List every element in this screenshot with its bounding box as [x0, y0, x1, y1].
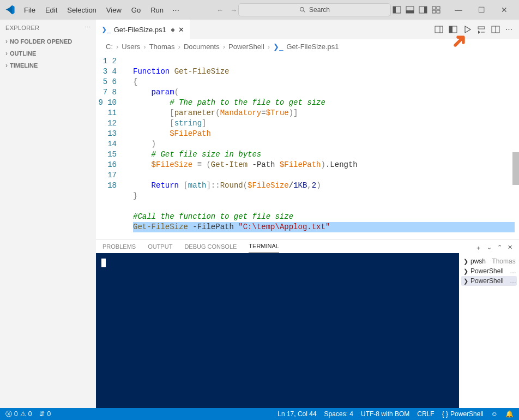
- menu-run[interactable]: Run: [146, 4, 168, 16]
- status-language[interactable]: { } PowerShell: [442, 410, 484, 418]
- terminal-cursor: [101, 259, 106, 267]
- breadcrumbs[interactable]: C:› Users› Thomas› Documents› PowerShell…: [96, 39, 519, 54]
- status-lncol[interactable]: Ln 17, Col 44: [277, 410, 316, 418]
- new-terminal-icon[interactable]: ＋: [475, 244, 481, 252]
- status-ports[interactable]: ⇵ 0: [39, 410, 51, 418]
- terminal-icon: ❯: [463, 258, 468, 265]
- panel-tab-terminal[interactable]: TERMINAL: [249, 243, 279, 253]
- window-maximize-icon[interactable]: ☐: [474, 5, 489, 14]
- explorer-more-icon[interactable]: ⋯: [85, 24, 90, 31]
- svg-rect-8: [432, 7, 436, 9]
- svg-line-1: [303, 11, 305, 13]
- bottom-panel: PROBLEMS OUTPUT DEBUG CONSOLE TERMINAL ＋…: [96, 239, 519, 408]
- customize-layout-icon[interactable]: [431, 5, 441, 15]
- section-outline[interactable]: OUTLINE: [0, 47, 96, 59]
- terminal-item-powershell-2[interactable]: ❯PowerShell …: [461, 276, 517, 286]
- tab-close-icon[interactable]: ✕: [178, 26, 184, 34]
- code-content[interactable]: Function Get-FileSize { param( # The pat…: [124, 54, 519, 239]
- toggle-secondary-sidebar-icon[interactable]: [418, 5, 428, 15]
- tab-get-filesize[interactable]: ❯_ Get-FileSize.ps1 ● ✕: [96, 20, 190, 39]
- chevron-right-icon: [5, 62, 8, 69]
- explorer-title: EXPLORER: [5, 25, 39, 31]
- menu-selection[interactable]: Selection: [63, 4, 100, 16]
- section-timeline[interactable]: TIMELINE: [0, 59, 96, 71]
- terminal-list: ❯pwsh Thomas ❯PowerShell … ❯PowerShell …: [459, 253, 519, 408]
- line-number-gutter: 1 2 3 4 5 6 7 8 9 10 11 12 13 14 15 16 1…: [96, 54, 124, 239]
- run-selection-icon[interactable]: [477, 25, 486, 34]
- svg-rect-12: [435, 26, 443, 33]
- tab-label: Get-FileSize.ps1: [114, 26, 166, 34]
- terminal-item-powershell-1[interactable]: ❯PowerShell …: [461, 266, 517, 276]
- vscode-logo: [4, 4, 15, 15]
- menu-edit[interactable]: Edit: [41, 4, 62, 16]
- dirty-indicator-icon: ●: [171, 25, 175, 34]
- svg-rect-10: [432, 10, 436, 13]
- explorer-sidebar: EXPLORER ⋯ NO FOLDER OPENED OUTLINE TIME…: [0, 20, 96, 408]
- search-icon: [299, 7, 306, 13]
- window-close-icon[interactable]: ✕: [497, 5, 512, 14]
- status-eol[interactable]: CRLF: [417, 410, 434, 418]
- svg-rect-3: [393, 7, 396, 13]
- maximize-panel-icon[interactable]: ⌃: [497, 244, 502, 252]
- workspace: EXPLORER ⋯ NO FOLDER OPENED OUTLINE TIME…: [0, 20, 519, 408]
- svg-rect-16: [478, 27, 485, 29]
- terminal-icon: ❯: [463, 268, 468, 275]
- code-editor[interactable]: 1 2 3 4 5 6 7 8 9 10 11 12 13 14 15 16 1…: [96, 54, 519, 239]
- svg-rect-11: [437, 10, 440, 13]
- nav-forward-icon[interactable]: →: [230, 6, 237, 14]
- svg-point-0: [300, 8, 304, 11]
- editor-more-icon[interactable]: ⋯: [505, 25, 512, 34]
- section-no-folder[interactable]: NO FOLDER OPENED: [0, 35, 96, 47]
- svg-rect-7: [424, 7, 427, 13]
- panel-tab-debug-console[interactable]: DEBUG CONSOLE: [184, 243, 237, 253]
- terminal-view[interactable]: [96, 253, 459, 408]
- split-editor-icon[interactable]: [491, 25, 500, 34]
- editor-scrollbar[interactable]: [512, 152, 519, 185]
- status-feedback-icon[interactable]: ☺: [491, 410, 498, 418]
- split-editor-right-icon[interactable]: [434, 25, 443, 34]
- status-encoding[interactable]: UTF-8 with BOM: [361, 410, 409, 418]
- search-placeholder: Search: [309, 6, 330, 14]
- minimap[interactable]: [474, 56, 512, 89]
- terminal-item-pwsh[interactable]: ❯pwsh Thomas: [461, 256, 517, 266]
- svg-rect-15: [449, 26, 452, 33]
- status-bar: ⓧ 0 ⚠ 0 ⇵ 0 Ln 17, Col 44 Spaces: 4 UTF-…: [0, 408, 519, 420]
- powershell-file-icon: ❯_: [273, 43, 283, 51]
- title-bar: File Edit Selection View Go Run ⋯ ← → Se…: [0, 0, 519, 20]
- status-spaces[interactable]: Spaces: 4: [324, 410, 353, 418]
- close-panel-icon[interactable]: ✕: [508, 244, 512, 252]
- menu-view[interactable]: View: [102, 4, 126, 16]
- editor-tab-bar: ❯_ Get-FileSize.ps1 ● ✕ ⋯ ➜: [96, 20, 519, 39]
- svg-rect-9: [437, 7, 440, 9]
- menu-file[interactable]: File: [20, 4, 40, 16]
- run-icon[interactable]: [463, 25, 472, 34]
- terminal-dropdown-icon[interactable]: ⌄: [487, 244, 492, 252]
- editor-area: ❯_ Get-FileSize.ps1 ● ✕ ⋯ ➜ C:› Users› T…: [96, 20, 519, 408]
- powershell-file-icon: ❯_: [101, 26, 111, 33]
- status-bell-icon[interactable]: 🔔: [505, 410, 514, 418]
- panel-tab-output[interactable]: OUTPUT: [148, 243, 172, 253]
- nav-back-icon[interactable]: ←: [216, 6, 224, 14]
- toggle-panel-icon[interactable]: [405, 5, 415, 15]
- panel-tab-problems[interactable]: PROBLEMS: [102, 243, 136, 253]
- menu-go[interactable]: Go: [127, 4, 145, 16]
- menu-overflow[interactable]: ⋯: [169, 4, 183, 16]
- search-command-center[interactable]: Search: [238, 3, 391, 16]
- svg-rect-5: [406, 10, 414, 13]
- chevron-right-icon: [5, 38, 8, 45]
- window-minimize-icon[interactable]: —: [451, 5, 466, 14]
- terminal-icon: ❯: [463, 278, 468, 285]
- chevron-right-icon: [5, 50, 8, 57]
- toggle-panel-icon-editor[interactable]: [449, 25, 457, 34]
- status-errors[interactable]: ⓧ 0 ⚠ 0: [5, 410, 32, 419]
- toggle-primary-sidebar-icon[interactable]: [392, 5, 402, 15]
